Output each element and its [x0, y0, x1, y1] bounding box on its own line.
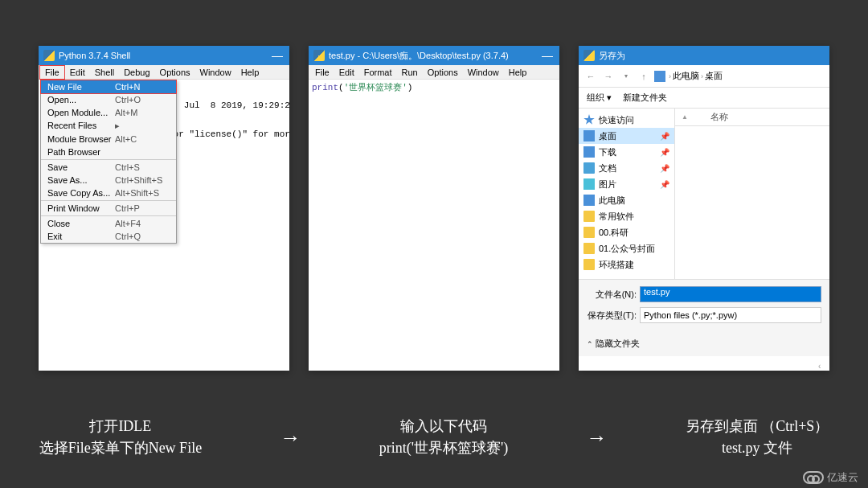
captions-row: 打开IDLE 选择File菜单下的New File → 输入以下代码 print…	[0, 416, 868, 459]
sort-icon: ▲	[682, 113, 688, 121]
menu-open-module[interactable]: Open Module...Alt+M	[41, 106, 176, 119]
python-icon	[313, 50, 325, 61]
menu-save-copy-as[interactable]: Save Copy As...Alt+Shift+S	[41, 187, 176, 201]
titlebar[interactable]: Python 3.7.4 Shell —	[39, 46, 289, 65]
download-icon	[583, 146, 595, 158]
tree-folder[interactable]: 01.公众号封面	[579, 240, 674, 256]
window-title: test.py - C:\Users\痴。\Desktop\test.py (3…	[329, 50, 509, 62]
caption-2: 输入以下代码 print('世界杯篮球赛')	[379, 416, 508, 459]
pc-icon	[583, 195, 595, 206]
menubar: File Edit Format Run Options Window Help	[309, 65, 559, 80]
tree-downloads[interactable]: 下载📌	[579, 144, 674, 160]
pin-icon: 📌	[660, 148, 669, 157]
tree-pictures[interactable]: 图片📌	[579, 176, 674, 192]
python-icon	[43, 50, 55, 61]
menu-recent-files[interactable]: Recent Files▸	[41, 119, 176, 133]
paren: (	[338, 83, 344, 92]
menu-file[interactable]: File	[310, 66, 334, 79]
menu-window[interactable]: Window	[463, 66, 504, 79]
menu-shell[interactable]: Shell	[90, 66, 119, 79]
breadcrumb[interactable]: › 此电脑 › 桌面	[654, 70, 723, 82]
nav-fwd-icon[interactable]: →	[601, 69, 616, 84]
paren: )	[407, 83, 413, 92]
pin-icon: 📌	[660, 164, 669, 173]
tree-quick-access[interactable]: 快速访问	[579, 112, 674, 128]
folder-tree[interactable]: 快速访问 桌面📌 下载📌 文档📌 图片📌 此电脑 常用软件 00.科研 01.公…	[579, 109, 675, 279]
tree-folder[interactable]: 常用软件	[579, 208, 674, 224]
folder-icon	[583, 259, 595, 270]
tree-folder[interactable]: 00.科研	[579, 224, 674, 240]
picture-icon	[583, 178, 595, 190]
menu-options[interactable]: Options	[423, 66, 463, 79]
python-shell-window: Python 3.7.4 Shell — File Edit Shell Deb…	[39, 46, 289, 371]
tree-this-pc[interactable]: 此电脑	[579, 192, 674, 208]
save-form: 文件名(N): test.py 保存类型(T): Python files (*…	[579, 279, 829, 356]
folder-icon	[583, 227, 595, 238]
caption-3: 另存到桌面 （Ctrl+S） test.py 文件	[686, 416, 829, 459]
pin-icon: 📌	[660, 132, 669, 141]
window-title: 另存为	[599, 50, 625, 62]
menubar: File Edit Shell Debug Options Window Hel…	[39, 65, 289, 80]
column-headers[interactable]: ▲名称	[675, 109, 829, 126]
menu-edit[interactable]: Edit	[334, 66, 359, 79]
filename-input[interactable]: test.py	[640, 286, 821, 302]
pc-icon	[654, 71, 665, 82]
nav-recent-icon[interactable]: ▾	[619, 69, 633, 84]
menu-open[interactable]: Open...Ctrl+O	[41, 93, 176, 106]
menu-run[interactable]: Run	[397, 66, 423, 79]
menu-exit[interactable]: ExitCtrl+Q	[41, 230, 176, 243]
file-list[interactable]: ▲名称 ‹	[675, 109, 829, 279]
filetype-label: 保存类型(T):	[587, 310, 637, 322]
minimize-button[interactable]: —	[535, 46, 559, 65]
logo: 亿速云	[803, 470, 858, 485]
desktop-icon	[583, 130, 595, 141]
menu-close[interactable]: CloseAlt+F4	[41, 217, 176, 230]
filetype-select[interactable]: Python files (*.py;*.pyw)	[640, 307, 821, 323]
new-folder-button[interactable]: 新建文件夹	[623, 92, 667, 104]
menu-module-browser[interactable]: Module BrowserAlt+C	[41, 133, 176, 146]
menu-window[interactable]: Window	[195, 66, 236, 79]
arrow-icon: →	[280, 425, 301, 450]
menu-options[interactable]: Options	[155, 66, 195, 79]
folder-icon	[583, 243, 595, 254]
chevron-icon: ⌃	[587, 340, 593, 348]
hide-folders-toggle[interactable]: ⌃隐藏文件夹	[587, 338, 821, 350]
menu-path-browser[interactable]: Path Browser	[41, 146, 176, 160]
nav-up-icon[interactable]: ↑	[637, 69, 651, 84]
tree-folder[interactable]: 环境搭建	[579, 256, 674, 273]
save-as-dialog: 另存为 ← → ▾ ↑ › 此电脑 › 桌面 组织 ▾ 新建文件夹 快速访问 桌…	[579, 46, 829, 371]
menu-print-window[interactable]: Print WindowCtrl+P	[41, 202, 176, 216]
minimize-button[interactable]: —	[265, 46, 289, 65]
folder-icon	[583, 211, 595, 222]
pin-icon: 📌	[660, 180, 669, 189]
code-area[interactable]: print('世界杯篮球赛')	[309, 80, 559, 371]
menu-format[interactable]: Format	[359, 66, 397, 79]
logo-text: 亿速云	[827, 470, 858, 485]
menu-edit[interactable]: Edit	[65, 66, 90, 79]
filename-label: 文件名(N):	[587, 289, 637, 301]
tree-desktop[interactable]: 桌面📌	[579, 128, 674, 144]
organize-button[interactable]: 组织 ▾	[587, 92, 612, 104]
python-icon	[583, 50, 595, 61]
arrow-icon: →	[586, 425, 607, 450]
scroll-left-icon[interactable]: ‹	[818, 362, 829, 371]
menu-save-as[interactable]: Save As...Ctrl+Shift+S	[41, 174, 176, 187]
menu-file[interactable]: File	[39, 65, 65, 80]
nav-bar: ← → ▾ ↑ › 此电脑 › 桌面	[579, 65, 829, 88]
toolbar: 组织 ▾ 新建文件夹	[579, 88, 829, 109]
menu-new-file[interactable]: New FileCtrl+N	[40, 80, 177, 94]
editor-window: test.py - C:\Users\痴。\Desktop\test.py (3…	[309, 46, 559, 371]
star-icon	[583, 114, 595, 125]
tree-documents[interactable]: 文档📌	[579, 160, 674, 176]
menu-help[interactable]: Help	[236, 66, 264, 79]
titlebar[interactable]: 另存为	[579, 46, 829, 65]
cloud-icon	[803, 471, 824, 484]
nav-back-icon[interactable]: ←	[583, 69, 598, 84]
file-dropdown: New FileCtrl+N Open...Ctrl+O Open Module…	[40, 80, 177, 244]
document-icon	[583, 162, 595, 174]
menu-help[interactable]: Help	[504, 66, 532, 79]
menu-debug[interactable]: Debug	[119, 66, 154, 79]
caption-1: 打开IDLE 选择File菜单下的New File	[39, 416, 203, 459]
titlebar[interactable]: test.py - C:\Users\痴。\Desktop\test.py (3…	[309, 46, 559, 65]
menu-save[interactable]: SaveCtrl+S	[41, 161, 176, 174]
